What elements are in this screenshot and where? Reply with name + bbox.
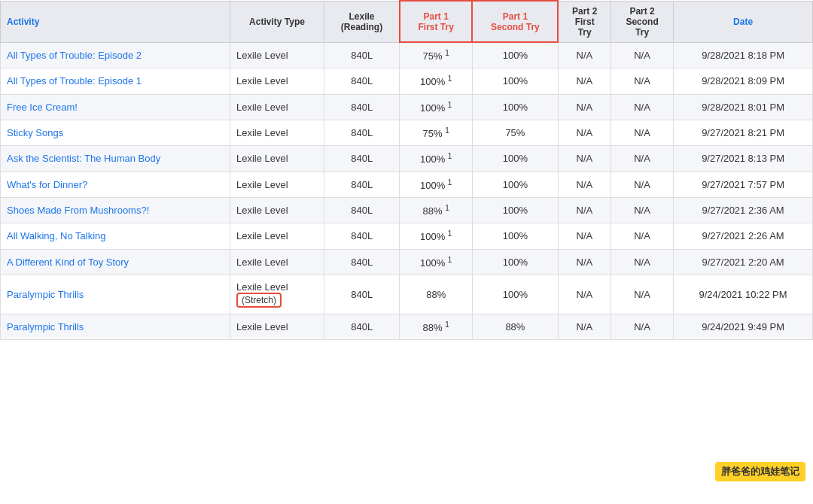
superscript: 1 <box>445 320 449 329</box>
date-cell: 9/28/2021 8:09 PM <box>674 68 813 94</box>
activity-link[interactable]: Shoes Made From Mushrooms?! <box>7 205 149 216</box>
lexile-cell: 840L <box>324 42 400 68</box>
activity-type-header: Activity Type <box>230 1 324 42</box>
lexile-cell: 840L <box>324 275 400 314</box>
table-row: All Walking, No TalkingLexile Level840L1… <box>1 223 813 249</box>
p1-second-cell: 100% <box>472 146 558 172</box>
p2-first-cell: N/A <box>558 146 611 172</box>
activity-type-cell: Lexile Level <box>230 249 324 275</box>
activity-type-cell: Lexile Level <box>230 197 324 223</box>
p2-first-cell: N/A <box>558 68 611 94</box>
superscript: 1 <box>448 101 452 109</box>
superscript: 1 <box>448 74 452 83</box>
p2-second-cell: N/A <box>611 314 673 339</box>
p2-second-cell: N/A <box>611 275 673 314</box>
p2-second-cell: N/A <box>611 120 673 145</box>
p1-first-cell: 75% 1 <box>400 42 472 68</box>
activity-link[interactable]: Paralympic Thrills <box>7 321 84 332</box>
activity-sort-link[interactable]: Activity <box>7 17 39 27</box>
p2-first-cell: N/A <box>558 275 611 314</box>
activity-link[interactable]: Ask the Scientist: The Human Body <box>7 153 160 164</box>
activity-table: Activity Activity Type Lexile(Reading) P… <box>0 0 813 340</box>
p2-second-cell: N/A <box>611 249 673 275</box>
activity-cell: Ask the Scientist: The Human Body <box>1 146 230 172</box>
part1-second-header: Part 1Second Try <box>472 1 558 42</box>
p1-second-cell: 100% <box>472 249 558 275</box>
p2-first-cell: N/A <box>558 94 611 120</box>
activity-link[interactable]: Free Ice Cream! <box>7 102 78 113</box>
table-row: All Types of Trouble: Episode 2Lexile Le… <box>1 42 813 68</box>
date-cell: 9/27/2021 7:57 PM <box>674 172 813 197</box>
lexile-header: Lexile(Reading) <box>324 1 400 42</box>
activity-cell: A Different Kind of Toy Story <box>1 249 230 275</box>
p1-first-cell: 75% 1 <box>400 120 472 145</box>
activity-link[interactable]: A Different Kind of Toy Story <box>7 257 129 268</box>
p2-second-cell: N/A <box>611 68 673 94</box>
p2-first-cell: N/A <box>558 197 611 223</box>
activity-type-cell: Lexile Level <box>230 42 324 68</box>
activity-type-cell: Lexile Level(Stretch) <box>230 275 324 314</box>
p1-first-cell: 88% <box>400 275 472 314</box>
lexile-cell: 840L <box>324 146 400 172</box>
p1-first-cell: 100% 1 <box>400 172 472 197</box>
superscript: 1 <box>445 49 449 57</box>
activity-cell: All Types of Trouble: Episode 2 <box>1 42 230 68</box>
p1-second-cell: 100% <box>472 275 558 314</box>
activity-link[interactable]: All Types of Trouble: Episode 1 <box>7 75 142 87</box>
activity-cell: Sticky Songs <box>1 120 230 145</box>
superscript: 1 <box>448 256 452 264</box>
date-sort-link[interactable]: Date <box>733 17 753 27</box>
activity-cell: All Walking, No Talking <box>1 223 230 249</box>
activity-link[interactable]: All Types of Trouble: Episode 2 <box>7 50 142 61</box>
activity-link[interactable]: What's for Dinner? <box>7 179 87 190</box>
p1-first-cell: 100% 1 <box>400 249 472 275</box>
lexile-cell: 840L <box>324 120 400 145</box>
p2-second-cell: N/A <box>611 42 673 68</box>
lexile-cell: 840L <box>324 94 400 120</box>
activity-cell: What's for Dinner? <box>1 172 230 197</box>
activity-cell: Shoes Made From Mushrooms?! <box>1 197 230 223</box>
p1-second-cell: 88% <box>472 314 558 339</box>
p2-first-cell: N/A <box>558 172 611 197</box>
activity-link[interactable]: Sticky Songs <box>7 127 63 138</box>
table-row: Shoes Made From Mushrooms?!Lexile Level8… <box>1 197 813 223</box>
activity-type-cell: Lexile Level <box>230 314 324 339</box>
activity-cell: Paralympic Thrills <box>1 314 230 339</box>
date-header[interactable]: Date <box>674 1 813 42</box>
stretch-badge: (Stretch) <box>236 293 282 308</box>
superscript: 1 <box>448 152 452 160</box>
p1-second-cell: 100% <box>472 94 558 120</box>
superscript: 1 <box>448 229 452 238</box>
activity-cell: Paralympic Thrills <box>1 275 230 314</box>
p1-first-cell: 88% 1 <box>400 314 472 339</box>
table-row: All Types of Trouble: Episode 1Lexile Le… <box>1 68 813 94</box>
superscript: 1 <box>448 178 452 187</box>
lexile-cell: 840L <box>324 249 400 275</box>
p1-second-cell: 100% <box>472 172 558 197</box>
p2-second-cell: N/A <box>611 172 673 197</box>
p1-second-cell: 100% <box>472 68 558 94</box>
activity-header[interactable]: Activity <box>1 1 230 42</box>
superscript: 1 <box>445 126 449 135</box>
activity-cell: All Types of Trouble: Episode 1 <box>1 68 230 94</box>
table-row: Ask the Scientist: The Human BodyLexile … <box>1 146 813 172</box>
activity-link[interactable]: Paralympic Thrills <box>7 289 84 300</box>
p2-second-cell: N/A <box>611 146 673 172</box>
table-row: Paralympic ThrillsLexile Level840L88% 18… <box>1 314 813 339</box>
p1-second-cell: 75% <box>472 120 558 145</box>
p1-second-cell: 100% <box>472 42 558 68</box>
date-cell: 9/27/2021 8:13 PM <box>674 146 813 172</box>
p2-second-cell: N/A <box>611 197 673 223</box>
lexile-cell: 840L <box>324 223 400 249</box>
p2-second-cell: N/A <box>611 94 673 120</box>
activity-link[interactable]: All Walking, No Talking <box>7 230 106 241</box>
p2-first-cell: N/A <box>558 120 611 145</box>
lexile-cell: 840L <box>324 68 400 94</box>
part2-second-header: Part 2SecondTry <box>611 1 673 42</box>
p2-second-cell: N/A <box>611 223 673 249</box>
p1-first-cell: 100% 1 <box>400 68 472 94</box>
date-cell: 9/27/2021 2:20 AM <box>674 249 813 275</box>
activity-type-cell: Lexile Level <box>230 223 324 249</box>
date-cell: 9/28/2021 8:18 PM <box>674 42 813 68</box>
lexile-cell: 840L <box>324 314 400 339</box>
